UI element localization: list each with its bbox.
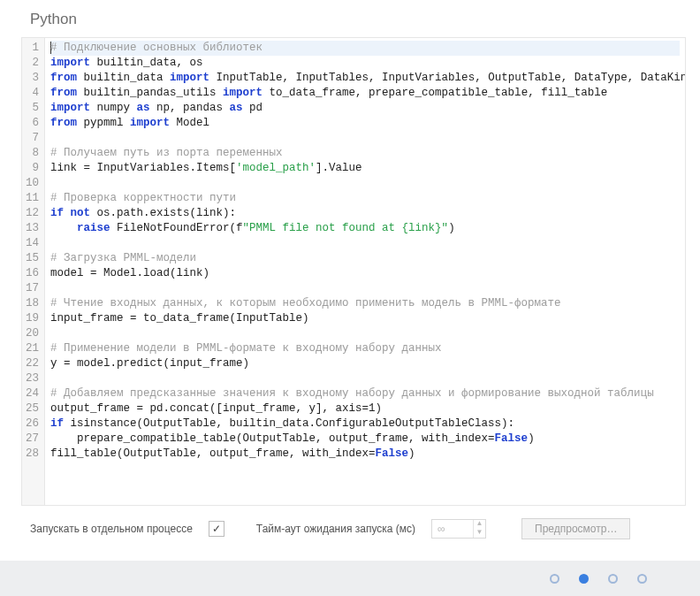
code-token: from [50, 72, 77, 84]
code-line[interactable] [50, 236, 680, 251]
code-line[interactable]: prepare_compatible_table(OutputTable, ou… [50, 432, 680, 447]
code-token: False [495, 432, 529, 445]
python-editor-panel: Python 123456789101112131415161718192021… [5, 0, 695, 546]
code-line[interactable]: input_frame = to_data_frame(InputTable) [50, 311, 680, 326]
code-token: fill_table(OutputTable, output_frame, wi… [50, 447, 376, 460]
run-separate-checkbox[interactable]: ✓ [209, 521, 224, 537]
line-number: 25 [26, 401, 39, 416]
line-number: 22 [26, 356, 39, 371]
preview-button[interactable]: Предпросмотр… [521, 518, 630, 539]
line-number: 11 [26, 191, 39, 206]
line-number: 12 [26, 206, 39, 221]
code-token: False [376, 447, 409, 460]
code-token: FileNotFoundError(f [110, 222, 243, 234]
code-token: as [230, 102, 243, 114]
line-number: 10 [26, 176, 39, 191]
timeout-input[interactable] [432, 520, 473, 538]
code-line[interactable] [50, 281, 680, 296]
code-token: import [170, 72, 209, 84]
code-line[interactable]: # Чтение входных данных, к которым необх… [50, 296, 680, 311]
line-number: 13 [26, 221, 39, 236]
code-token: y = model.predict(input_frame) [50, 357, 249, 370]
code-token [64, 207, 71, 219]
code-line[interactable]: model = Model.load(link) [50, 266, 680, 281]
code-line[interactable]: # Загрузка PMML-модели [50, 251, 680, 266]
line-number: 2 [26, 56, 39, 71]
code-token: import [130, 117, 170, 129]
code-line[interactable]: # Применение модели в PMML-формате к вхо… [50, 341, 680, 356]
code-token: link = InputVariables.Items[ [50, 162, 236, 174]
line-number-gutter: 1234567891011121314151617181920212223242… [22, 38, 45, 505]
line-number: 18 [26, 296, 39, 311]
line-number: 23 [26, 371, 39, 386]
line-number: 5 [26, 101, 39, 116]
code-token: ].Value [316, 162, 362, 174]
code-line[interactable]: from builtin_data import InputTable, Inp… [50, 71, 680, 86]
pagination-dots [0, 561, 700, 596]
line-number: 16 [26, 266, 39, 281]
code-line[interactable]: # Проверка корректности пути [50, 191, 680, 206]
line-number: 14 [26, 236, 39, 251]
run-separate-label: Запускать в отдельном процессе [30, 523, 193, 535]
pagination-dot[interactable] [550, 574, 559, 584]
code-token: ) [448, 222, 455, 234]
code-token: if [50, 417, 64, 430]
pagination-dot[interactable] [579, 574, 589, 584]
code-line[interactable]: # Получаем путь из порта переменных [50, 146, 680, 161]
code-editor[interactable]: 1234567891011121314151617181920212223242… [21, 37, 686, 506]
code-token: "PMML file not found at {link}" [243, 222, 449, 234]
line-number: 7 [26, 131, 39, 146]
pagination-dot[interactable] [637, 574, 647, 584]
code-area[interactable]: # Подключение основных библиотекimport b… [45, 38, 685, 505]
code-line[interactable]: if not os.path.exists(link): [50, 206, 680, 221]
line-number: 1 [26, 41, 39, 56]
spinner-down-icon[interactable]: ▼ [474, 529, 485, 538]
code-token: np, pandas [150, 102, 230, 114]
code-token: numpy [90, 102, 137, 114]
code-line[interactable]: link = InputVariables.Items['model_path'… [50, 161, 680, 176]
timeout-spinner[interactable]: ▲ ▼ [431, 519, 486, 539]
code-token: as [137, 102, 150, 114]
code-line[interactable]: fill_table(OutputTable, output_frame, wi… [50, 447, 680, 462]
code-token: from [50, 87, 77, 99]
code-line[interactable]: from pypmml import Model [50, 116, 680, 131]
line-number: 26 [26, 416, 39, 432]
code-line[interactable] [50, 371, 680, 386]
line-number: 9 [26, 161, 39, 176]
code-token: builtin_data, os [90, 57, 203, 69]
line-number: 3 [26, 71, 39, 86]
code-token: # Загрузка PMML-модели [50, 252, 196, 264]
line-number: 28 [26, 447, 39, 462]
line-number: 20 [26, 326, 39, 341]
code-token: output_frame = pd.concat([input_frame, y… [50, 402, 382, 415]
code-line[interactable]: # Подключение основных библиотек [50, 41, 680, 56]
code-line[interactable]: if isinstance(OutputTable, builtin_data.… [50, 416, 680, 432]
code-token: from [50, 117, 77, 129]
panel-title: Python [5, 0, 695, 37]
code-line[interactable]: import builtin_data, os [50, 56, 680, 71]
code-line[interactable] [50, 131, 680, 146]
code-token: builtin_data [77, 72, 170, 84]
code-token: to_data_frame, prepare_compatible_table,… [262, 87, 607, 99]
code-line[interactable]: raise FileNotFoundError(f"PMML file not … [50, 221, 680, 236]
code-token: Model [170, 117, 209, 129]
code-line[interactable]: output_frame = pd.concat([input_frame, y… [50, 401, 680, 416]
line-number: 27 [26, 432, 39, 447]
code-line[interactable]: import numpy as np, pandas as pd [50, 101, 680, 116]
code-line[interactable]: # Добавляем предсказанные значения к вхо… [50, 386, 680, 401]
code-token: builtin_pandas_utils [77, 87, 223, 99]
line-number: 19 [26, 311, 39, 326]
code-token: # Подключение основных библиотек [50, 42, 262, 54]
code-token: prepare_compatible_table(OutputTable, ou… [50, 432, 495, 445]
line-number: 6 [26, 116, 39, 131]
code-token: not [71, 207, 91, 219]
line-number: 21 [26, 341, 39, 356]
code-token: if [50, 207, 64, 219]
pagination-dot[interactable] [608, 574, 618, 584]
code-token: import [50, 57, 90, 69]
code-line[interactable] [50, 176, 680, 191]
code-line[interactable] [50, 326, 680, 341]
code-line[interactable]: from builtin_pandas_utils import to_data… [50, 86, 680, 101]
line-number: 24 [26, 386, 39, 401]
code-line[interactable]: y = model.predict(input_frame) [50, 356, 680, 371]
